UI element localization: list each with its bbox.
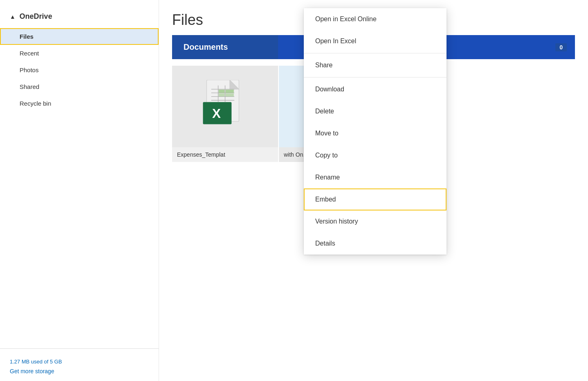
context-menu-rename[interactable]: Rename	[304, 166, 447, 188]
excel-file-icon: X	[201, 80, 250, 133]
storage-usage: 1.27 MB used of 5 GB	[10, 359, 149, 365]
excel-file-label: Expenses_Templat	[172, 147, 278, 162]
sidebar-footer: 1.27 MB used of 5 GB Get more storage	[0, 348, 159, 381]
context-menu-details[interactable]: Details	[304, 233, 447, 255]
context-menu: Open in Excel Online Open In Excel Share…	[304, 8, 447, 255]
context-menu-divider-2	[304, 77, 447, 78]
context-menu-divider-1	[304, 53, 447, 53]
get-more-storage-link[interactable]: Get more storage	[10, 368, 149, 374]
chevron-up-icon: ▲	[10, 13, 15, 20]
context-menu-version-history[interactable]: Version history	[304, 210, 447, 233]
sidebar-nav: Files Recent Photos Shared Recycle bin	[0, 28, 159, 112]
excel-icon-wrap: X	[201, 80, 250, 133]
sidebar-item-files-label: Files	[20, 33, 33, 40]
svg-text:X: X	[212, 106, 221, 121]
context-menu-open-excel-online[interactable]: Open in Excel Online	[304, 8, 447, 30]
context-menu-copy-to[interactable]: Copy to	[304, 144, 447, 166]
sidebar-item-recent[interactable]: Recent	[0, 45, 159, 62]
main-content: Files Documents 0	[159, 0, 588, 381]
excel-file-card[interactable]: X	[172, 66, 278, 162]
svg-rect-13	[219, 93, 225, 97]
sidebar-item-photos-label: Photos	[20, 66, 39, 73]
sidebar-item-recycle[interactable]: Recycle bin	[0, 95, 159, 112]
sidebar-title: OneDrive	[20, 12, 52, 21]
sidebar: ▲ OneDrive Files Recent Photos Shared Re…	[0, 0, 159, 381]
sidebar-header: ▲ OneDrive	[0, 8, 159, 28]
documents-folder-label: Documents	[183, 42, 228, 52]
context-menu-open-excel[interactable]: Open In Excel	[304, 30, 447, 52]
context-menu-embed[interactable]: Embed	[304, 188, 447, 210]
sidebar-item-files[interactable]: Files	[0, 28, 159, 45]
sidebar-item-recycle-label: Recycle bin	[20, 100, 51, 107]
svg-rect-12	[225, 90, 234, 93]
documents-folder-tile[interactable]: Documents	[172, 35, 278, 59]
sidebar-item-photos[interactable]: Photos	[0, 62, 159, 78]
svg-rect-11	[219, 90, 225, 93]
sidebar-item-shared[interactable]: Shared	[0, 78, 159, 95]
sidebar-item-shared-label: Shared	[20, 83, 39, 90]
context-menu-download[interactable]: Download	[304, 78, 447, 100]
sidebar-item-recent-label: Recent	[20, 50, 39, 57]
documents-badge: 0	[555, 43, 567, 51]
context-menu-share[interactable]: Share	[304, 54, 447, 76]
context-menu-delete[interactable]: Delete	[304, 100, 447, 122]
excel-file-thumbnail: X	[172, 66, 278, 147]
context-menu-move-to[interactable]: Move to	[304, 122, 447, 144]
svg-rect-14	[225, 93, 234, 97]
